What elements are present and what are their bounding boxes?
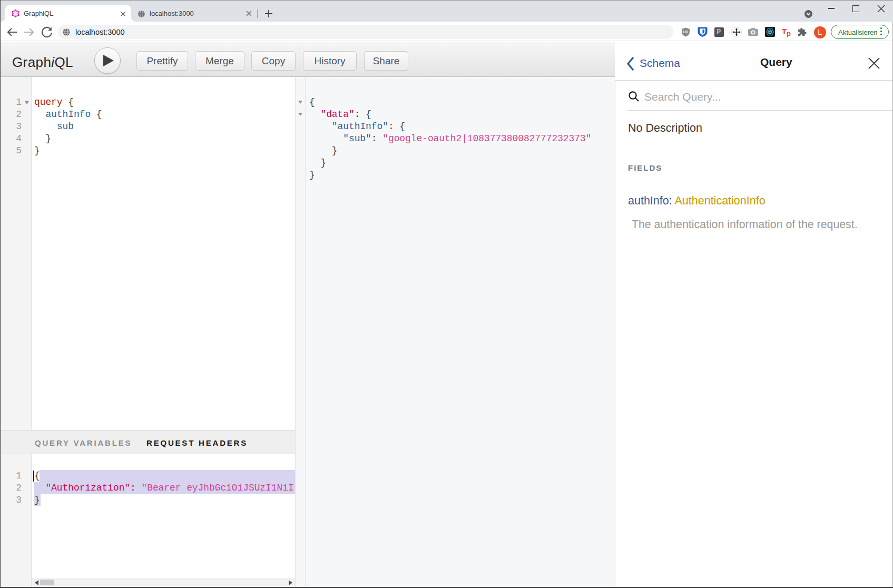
svg-text:UO: UO xyxy=(683,30,689,34)
svg-text:p: p xyxy=(787,30,791,37)
svg-text:T: T xyxy=(782,27,787,36)
